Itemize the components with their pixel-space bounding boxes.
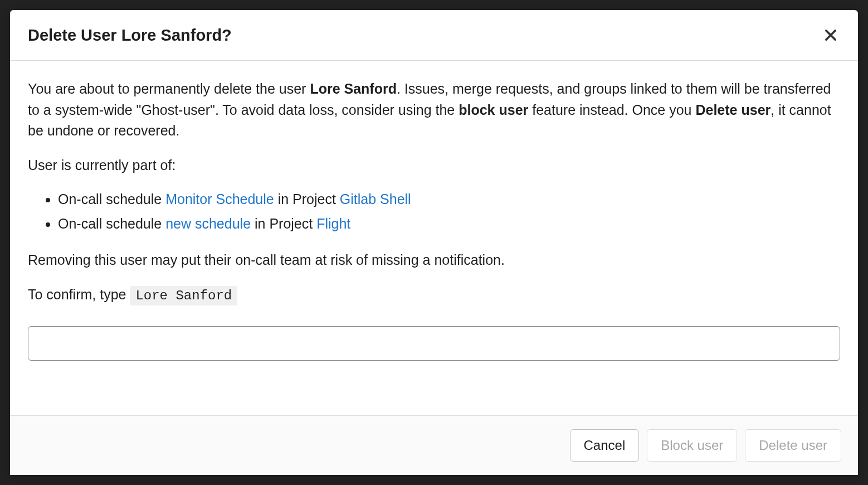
delete-user-modal: Delete User Lore Sanford? You are about … [10,10,858,475]
cancel-button[interactable]: Cancel [570,429,640,462]
confirm-prefix: To confirm, type [28,287,130,302]
warning-block-bold: block user [459,102,528,118]
modal-body: You are about to permanently delete the … [10,61,858,415]
membership-list: On-call schedule Monitor Schedule in Pro… [28,189,840,234]
warning-instead: feature instead. Once you [528,102,695,118]
membership-mid: in Project [274,191,340,207]
modal-header: Delete User Lore Sanford? [10,10,858,61]
warning-intro: You are about to permanently delete the … [28,81,310,96]
warning-username: Lore Sanford [310,81,397,96]
close-button[interactable] [821,26,840,45]
delete-user-button[interactable]: Delete user [745,429,841,462]
confirm-line: To confirm, type Lore Sanford [28,284,840,306]
warning-paragraph: You are about to permanently delete the … [28,79,840,142]
block-user-button[interactable]: Block user [647,429,737,462]
membership-intro: User is currently part of: [28,155,840,176]
schedule-link[interactable]: Monitor Schedule [165,191,274,207]
membership-mid: in Project [251,216,316,231]
warning-delete-bold: Delete user [695,102,771,118]
modal-footer: Cancel Block user Delete user [10,415,858,475]
list-item: On-call schedule new schedule in Project… [58,214,840,235]
project-link[interactable]: Flight [316,216,350,231]
project-link[interactable]: Gitlab Shell [340,191,411,207]
membership-prefix: On-call schedule [58,216,165,231]
schedule-link[interactable]: new schedule [165,216,251,231]
confirm-value-code: Lore Sanford [130,286,237,305]
membership-prefix: On-call schedule [58,191,165,207]
list-item: On-call schedule Monitor Schedule in Pro… [58,189,840,210]
risk-notice: Removing this user may put their on-call… [28,250,840,271]
confirm-input[interactable] [28,326,840,361]
close-icon [823,28,838,42]
modal-title: Delete User Lore Sanford? [28,26,232,45]
